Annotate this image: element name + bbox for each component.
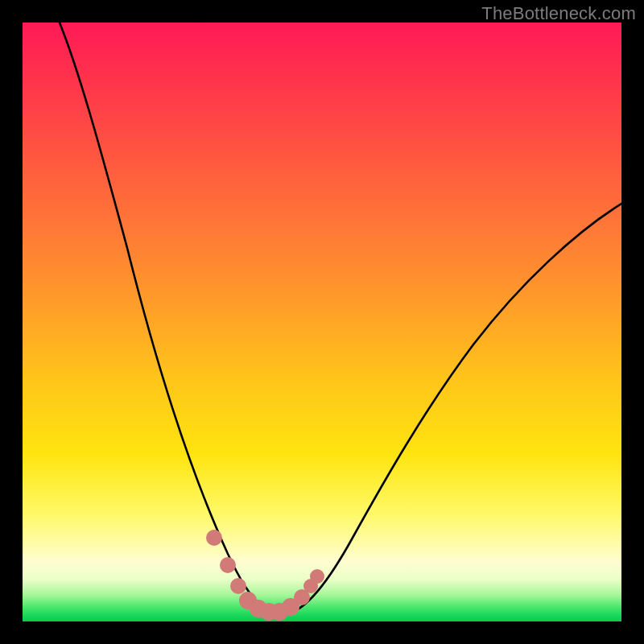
chart-svg (23, 23, 621, 621)
bottleneck-curve (60, 23, 621, 613)
svg-point-0 (206, 530, 222, 546)
svg-point-10 (310, 569, 324, 584)
chart-frame: TheBottleneck.com (0, 0, 644, 644)
svg-point-1 (220, 557, 236, 573)
watermark-text: TheBottleneck.com (481, 3, 636, 24)
svg-point-2 (230, 578, 246, 594)
plot-area (23, 23, 621, 621)
